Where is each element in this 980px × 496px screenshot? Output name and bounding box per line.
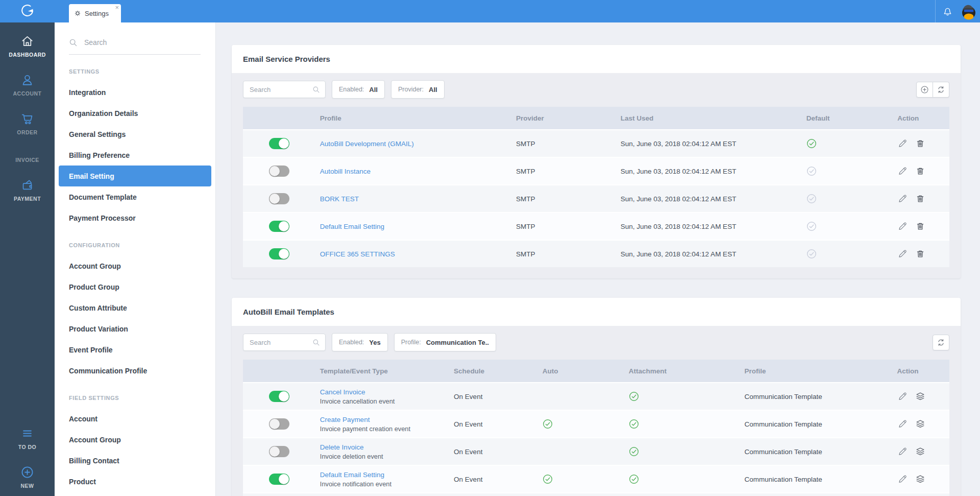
- enable-toggle[interactable]: [269, 446, 289, 457]
- layers-icon[interactable]: [915, 446, 925, 457]
- enable-toggle[interactable]: [269, 474, 289, 485]
- edit-icon[interactable]: [897, 446, 908, 457]
- profile-filter[interactable]: Profile: Communication Te..: [394, 333, 496, 351]
- nav-label: ACCOUNT: [13, 90, 42, 97]
- sidebar-search-input[interactable]: [83, 38, 201, 47]
- attachment-check-icon: [629, 474, 639, 484]
- layers-icon[interactable]: [915, 419, 925, 429]
- enable-toggle[interactable]: [269, 391, 289, 402]
- sidebar-item-integration[interactable]: Integration: [55, 82, 215, 103]
- profile-link[interactable]: BORK TEST: [320, 195, 359, 203]
- card-actions: [933, 335, 949, 350]
- enable-toggle[interactable]: [269, 248, 289, 259]
- table-row: Cancel Invoice Invoice cancellation even…: [243, 383, 949, 410]
- profile-link[interactable]: Autobill Instance: [320, 168, 371, 175]
- table-row-partial: [243, 493, 949, 496]
- providers-search-input[interactable]: [249, 85, 312, 94]
- sidebar-item-event-profile[interactable]: Event Profile: [55, 339, 215, 360]
- edit-icon[interactable]: [897, 138, 908, 149]
- filter-label: Provider:: [398, 86, 424, 93]
- delete-icon[interactable]: [915, 249, 925, 259]
- autobill-email-templates-card: AutoBill Email Templates Enabled: Yes: [232, 298, 961, 496]
- table-row: Delete Invoice Invoice deletion event On…: [243, 438, 949, 465]
- templates-search[interactable]: [243, 334, 326, 351]
- template-link[interactable]: Create Payment: [320, 416, 410, 423]
- profile-link[interactable]: AutoBill Development (GMAIL): [320, 140, 414, 148]
- sidebar-item-field-account-group[interactable]: Account Group: [55, 429, 215, 450]
- template-link[interactable]: Default Email Setting: [320, 471, 391, 479]
- sidebar-item-field-product-group[interactable]: Product Group: [55, 492, 215, 496]
- email-service-providers-card: Email Service Providers Enabled: All: [232, 45, 961, 278]
- enabled-filter[interactable]: Enabled: All: [332, 80, 385, 99]
- profile-link[interactable]: OFFICE 365 SETTINGS: [320, 250, 395, 258]
- sidebar-item-field-product[interactable]: Product: [55, 471, 215, 492]
- enable-toggle[interactable]: [269, 193, 289, 204]
- table-row: Create Payment Invoice payment creation …: [243, 411, 949, 437]
- layers-icon[interactable]: [915, 391, 925, 401]
- delete-icon[interactable]: [915, 166, 925, 176]
- enable-toggle[interactable]: [269, 166, 289, 177]
- sidebar-item-document-template[interactable]: Document Template: [55, 186, 215, 207]
- delete-icon[interactable]: [915, 221, 925, 231]
- enable-toggle[interactable]: [269, 138, 289, 149]
- layers-icon[interactable]: [915, 474, 925, 484]
- enable-toggle[interactable]: [269, 221, 289, 232]
- sidebar-search[interactable]: [69, 38, 201, 55]
- notifications-button[interactable]: [936, 6, 959, 17]
- sidebar-item-billing-preference[interactable]: Billing Preference: [55, 145, 215, 166]
- user-avatar[interactable]: [960, 3, 977, 20]
- sidebar-item-payment-processor[interactable]: Payment Processor: [55, 207, 215, 228]
- sidebar-item-account-group[interactable]: Account Group: [55, 255, 215, 276]
- edit-icon[interactable]: [897, 249, 908, 259]
- delete-icon[interactable]: [915, 138, 925, 149]
- template-link[interactable]: Delete Invoice: [320, 443, 383, 451]
- sidebar-item-general-settings[interactable]: General Settings: [55, 124, 215, 145]
- provider-value: SMTP: [516, 223, 621, 230]
- nav-item-invoice[interactable]: INVOICE: [0, 151, 55, 163]
- tab-settings[interactable]: Settings ×: [69, 4, 121, 22]
- sidebar-item-custom-attribute[interactable]: Custom Attribute: [55, 297, 215, 318]
- nav-label: PAYMENT: [14, 196, 41, 202]
- sidebar-item-product-variation[interactable]: Product Variation: [55, 318, 215, 339]
- enabled-filter[interactable]: Enabled: Yes: [332, 333, 388, 351]
- provider-filter[interactable]: Provider: All: [391, 80, 445, 99]
- tab-close-icon[interactable]: ×: [115, 4, 119, 11]
- edit-icon[interactable]: [897, 391, 908, 401]
- nav-item-dashboard[interactable]: DASHBOARD: [0, 34, 55, 58]
- providers-search[interactable]: [243, 81, 326, 98]
- card-title: AutoBill Email Templates: [243, 308, 334, 316]
- nav-item-payment[interactable]: PAYMENT: [0, 178, 55, 202]
- add-provider-button[interactable]: [916, 82, 933, 98]
- app-logo[interactable]: [0, 0, 55, 22]
- section-label-settings: SETTINGS: [69, 68, 215, 75]
- topbar-right: [935, 0, 980, 22]
- profile-link[interactable]: Default Email Setting: [320, 223, 384, 230]
- sidebar-item-field-billing-contact[interactable]: Billing Contact: [55, 450, 215, 471]
- template-link[interactable]: Cancel Invoice: [320, 388, 395, 396]
- templates-search-input[interactable]: [249, 338, 312, 347]
- edit-icon[interactable]: [897, 221, 908, 231]
- refresh-button[interactable]: [933, 82, 949, 98]
- edit-icon[interactable]: [897, 166, 908, 176]
- edit-icon[interactable]: [897, 474, 908, 484]
- sidebar-item-communication-profile[interactable]: Communication Profile: [55, 360, 215, 381]
- sidebar-item-organization-details[interactable]: Organization Details: [55, 103, 215, 124]
- refresh-button[interactable]: [933, 335, 949, 350]
- edit-icon[interactable]: [897, 194, 908, 204]
- attachment-check-icon: [629, 419, 639, 429]
- nav-item-account[interactable]: ACCOUNT: [0, 73, 55, 97]
- nav-item-order[interactable]: ORDER: [0, 112, 55, 135]
- enable-toggle[interactable]: [269, 418, 289, 430]
- nav-label: INVOICE: [15, 157, 39, 163]
- column-header: Provider: [516, 114, 621, 122]
- sidebar-item-email-setting[interactable]: Email Setting: [59, 166, 211, 186]
- filter-value: All: [429, 86, 437, 93]
- delete-icon[interactable]: [915, 194, 925, 204]
- nav-item-new[interactable]: NEW: [0, 465, 55, 489]
- edit-icon[interactable]: [897, 419, 908, 429]
- column-header: Default: [806, 114, 898, 122]
- sidebar-item-field-account[interactable]: Account: [55, 408, 215, 429]
- nav-item-todo[interactable]: TO DO: [0, 427, 55, 450]
- sidebar-item-product-group[interactable]: Product Group: [55, 276, 215, 297]
- schedule-value: On Event: [454, 476, 543, 483]
